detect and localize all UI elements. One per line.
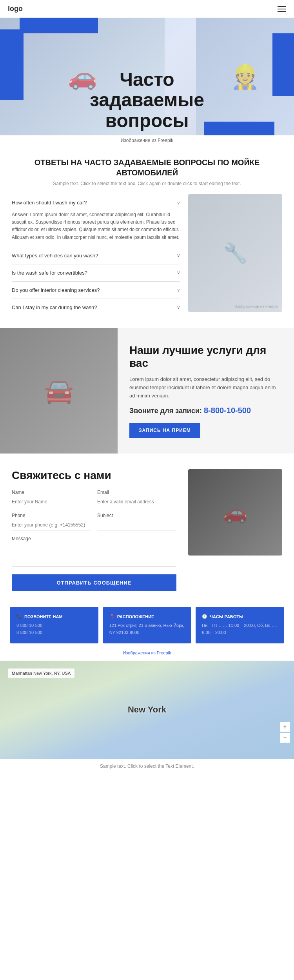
info-card-hours-title: 🕐 ЧАСЫ РАБОТЫ (202, 614, 278, 619)
faq-question-2[interactable]: What types of vehicles can you wash? ∨ (12, 247, 180, 264)
faq-image-container: Изображение из Freepik (188, 194, 282, 316)
map-zoom-in[interactable]: + (280, 722, 290, 732)
contact-form-container: Свяжитесь с нами Name Email Phone Subjec… (12, 469, 176, 591)
contact-name-field: Name (12, 490, 91, 507)
logo: logo (8, 5, 23, 13)
hero-blue-top (20, 18, 98, 33)
info-cards-caption: Изображения из Freepik (0, 647, 294, 661)
faq-question-3[interactable]: Is the wash safe for convertibles? ∨ (12, 264, 180, 281)
services-phone-link[interactable]: 8-800-10-500 (204, 406, 251, 415)
info-card-location-title: 📍 РАСПОЛОЖЕНИЕ (109, 614, 185, 619)
hamburger-menu[interactable] (278, 6, 286, 12)
contact-email-label: Email (97, 490, 176, 495)
faq-section-title: ОТВЕТЫ НА ЧАСТО ЗАДАВАЕМЫЕ ВОПРОСЫ ПО МО… (12, 157, 282, 178)
faq-item: Can I stay in my car during the wash? ∨ (12, 299, 180, 316)
header: logo (0, 0, 294, 18)
contact-row-1: Name Email (12, 490, 176, 507)
services-image (0, 328, 118, 454)
contact-name-input[interactable] (12, 497, 91, 507)
services-book-button[interactable]: ЗАПИСЬ НА ПРИЕМ (129, 423, 200, 438)
faq-question-5[interactable]: Can I stay in my car during the wash? ∨ (12, 299, 180, 316)
faq-chevron-4: ∨ (177, 287, 180, 293)
map-controls: + − (280, 722, 290, 743)
faq-item: Do you offer interior cleaning services?… (12, 282, 180, 299)
info-card-phone-title: 📞 ПОЗВОНИТЕ НАМ (16, 614, 92, 619)
contact-submit-button[interactable]: ОТПРАВИТЬ СООБЩЕНИЕ (12, 574, 176, 591)
faq-chevron-5: ∨ (177, 304, 180, 310)
faq-list: How often should I wash my car? ∨ Answer… (12, 194, 180, 316)
faq-question-1[interactable]: How often should I wash my car? ∨ (12, 194, 180, 211)
contact-subject-input[interactable] (97, 520, 176, 530)
hero-section: Часто задаваемые вопросы (0, 18, 294, 135)
services-title: Наши лучшие услуги для вас (129, 344, 282, 370)
faq-content: How often should I wash my car? ∨ Answer… (12, 194, 282, 316)
faq-subtitle: Sample text. Click to select the text bo… (12, 181, 282, 186)
faq-item: How often should I wash my car? ∨ Answer… (12, 194, 180, 247)
map-section: Manhattan New York, NY, USA New York + −… (0, 661, 294, 759)
faq-section: ОТВЕТЫ НА ЧАСТО ЗАДАВАЕМЫЕ ВОПРОСЫ ПО МО… (0, 149, 294, 328)
faq-item: What types of vehicles can you wash? ∨ (12, 247, 180, 264)
contact-phone-input[interactable] (12, 520, 91, 530)
location-icon: 📍 (109, 614, 115, 619)
faq-chevron-3: ∨ (177, 270, 180, 275)
bottom-text: Sample text. Click to select the Text El… (0, 759, 294, 774)
info-caption-link[interactable]: Изображения из Freepik (123, 650, 171, 655)
contact-phone-field: Phone (12, 513, 91, 530)
contact-subject-field: Subject (97, 513, 176, 530)
info-card-hours-content: Пн – Пт …… 11:00 – 20:00, Сб, Вс….. 6:00… (202, 622, 278, 636)
services-content: Наши лучшие услуги для вас Lorem ipsum d… (118, 328, 294, 454)
info-cards: 📞 ПОЗВОНИТЕ НАМ 8-800-10-500, 8-800-10-5… (0, 607, 294, 647)
info-card-location-content: 121 Рок стрит, 21 и авеню, Нью-Йорк, NY … (109, 622, 185, 636)
hero-caption: Изображение из Freepik (0, 135, 294, 149)
info-card-hours: 🕐 ЧАСЫ РАБОТЫ Пн – Пт …… 11:00 – 20:00, … (196, 607, 284, 643)
services-section: Наши лучшие услуги для вас Lorem ipsum d… (0, 328, 294, 454)
services-phone: Звоните для записи: 8-800-10-500 (129, 406, 282, 415)
faq-question-4[interactable]: Do you offer interior cleaning services?… (12, 282, 180, 299)
contact-side-image (188, 469, 282, 556)
faq-answer-1: Answer: Lorem ipsum dolor sit amet, cons… (12, 211, 180, 247)
contact-email-field: Email (97, 490, 176, 507)
map-location-label: Manhattan New York, NY, USA (8, 669, 74, 678)
contact-image-container (188, 469, 282, 591)
contact-title: Свяжитесь с нами (12, 469, 176, 482)
faq-chevron-2: ∨ (177, 253, 180, 258)
phone-icon: 📞 (16, 614, 22, 619)
faq-image-caption: Изображение из Freepik (234, 304, 278, 309)
contact-message-label: Message (12, 536, 176, 541)
contact-name-label: Name (12, 490, 91, 495)
contact-row-2: Phone Subject (12, 513, 176, 530)
info-card-phone: 📞 ПОЗВОНИТЕ НАМ 8-800-10-500, 8-800-10-5… (10, 607, 98, 643)
contact-email-input[interactable] (97, 497, 176, 507)
services-description: Lorem ipsum dolor sit amet, consectetur … (129, 375, 282, 400)
faq-item: Is the wash safe for convertibles? ∨ (12, 264, 180, 282)
hero-title-block: Часто задаваемые вопросы (0, 69, 294, 131)
contact-message-input[interactable] (12, 543, 176, 567)
info-card-phone-content: 8-800-10-500, 8-800-10-500 (16, 622, 92, 636)
map-zoom-out[interactable]: − (280, 733, 290, 743)
contact-section: Свяжитесь с нами Name Email Phone Subjec… (0, 454, 294, 607)
info-card-location: 📍 РАСПОЛОЖЕНИЕ 121 Рок стрит, 21 и авеню… (103, 607, 191, 643)
map-city-label: New York (128, 705, 166, 715)
contact-subject-label: Subject (97, 513, 176, 518)
hero-title: Часто задаваемые вопросы (0, 69, 294, 131)
clock-icon: 🕐 (202, 614, 207, 619)
contact-message-field: Message (12, 536, 176, 568)
map-background: Manhattan New York, NY, USA New York + − (0, 661, 294, 759)
contact-phone-label: Phone (12, 513, 91, 518)
faq-side-image: Изображение из Freepik (188, 194, 282, 312)
faq-chevron-1: ∨ (177, 200, 180, 206)
